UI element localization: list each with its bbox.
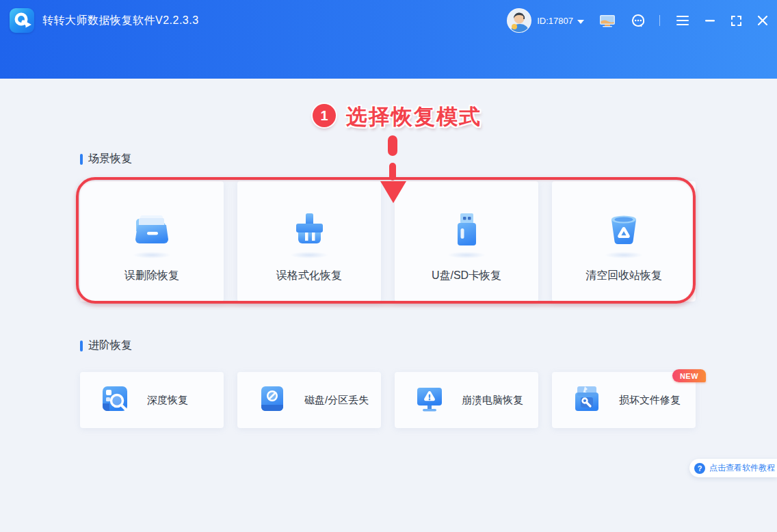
section-title-text: 场景恢复 <box>88 152 132 166</box>
card-label: 损坏文件修复 <box>619 394 681 407</box>
disk-partition-lost-icon <box>256 383 288 417</box>
user-id: ID:17807 <box>537 16 573 26</box>
section-title-advanced-recovery: 进阶恢复 <box>80 338 132 353</box>
icon-shadow <box>447 252 486 258</box>
annotation-arrow-segment <box>388 135 397 156</box>
card-label: 清空回收站恢复 <box>585 269 662 283</box>
annotation-step-badge: 1 <box>313 104 336 127</box>
card-label: 深度恢复 <box>147 394 188 407</box>
user-avatar[interactable] <box>507 8 531 33</box>
chevron-down-icon[interactable] <box>577 14 584 27</box>
icon-shadow <box>290 252 328 258</box>
deep-recovery-icon <box>99 383 131 417</box>
annotation-arrow-segment <box>389 163 396 181</box>
card-recycle-bin-recovery[interactable]: 清空回收站恢复 <box>552 181 696 302</box>
toolbar-divider <box>659 15 660 26</box>
card-crashed-computer-recovery[interactable]: 崩溃电脑恢复 <box>395 372 538 428</box>
annotation-arrow-head <box>380 181 406 203</box>
section-title-text: 进阶恢复 <box>88 338 132 353</box>
broken-file-repair-icon <box>571 383 603 417</box>
customer-service-icon[interactable] <box>631 13 646 28</box>
screen-share-icon[interactable] <box>599 14 616 28</box>
folder-icon <box>130 207 174 252</box>
crashed-computer-icon <box>414 383 445 417</box>
app-window: 转转大师数据恢复软件V2.2.3.3 ID:17807 <box>0 0 777 532</box>
icon-shadow <box>133 252 171 258</box>
recycle-bin-icon <box>602 207 646 252</box>
tutorial-link[interactable]: ? 点击查看软件教程 <box>689 459 777 477</box>
card-formatted-recovery[interactable]: 误格式化恢复 <box>237 181 381 302</box>
section-title-scene-recovery: 场景恢复 <box>80 152 132 166</box>
header: 转转大师数据恢复软件V2.2.3.3 ID:17807 <box>0 0 777 79</box>
section-accent-bar <box>80 154 83 165</box>
title-bar: 转转大师数据恢复软件V2.2.3.3 ID:17807 <box>0 0 777 41</box>
card-deep-recovery[interactable]: 深度恢复 <box>80 372 224 428</box>
card-deleted-file-recovery[interactable]: 误删除恢复 <box>80 181 224 302</box>
card-label: U盘/SD卡恢复 <box>432 269 501 283</box>
app-title: 转转大师数据恢复软件V2.2.3.3 <box>42 14 199 28</box>
usb-drive-icon <box>445 207 488 252</box>
card-disk-partition-lost[interactable]: 磁盘/分区丢失 <box>237 372 381 428</box>
new-badge: NEW <box>672 369 706 382</box>
annotation-label: 选择恢复模式 <box>346 103 482 131</box>
card-usb-sd-recovery[interactable]: U盘/SD卡恢复 <box>395 181 538 302</box>
card-label: 崩溃电脑恢复 <box>462 394 523 407</box>
tutorial-label: 点击查看软件教程 <box>709 462 775 474</box>
maximize-icon[interactable] <box>731 16 741 26</box>
card-label: 误删除恢复 <box>124 269 179 283</box>
app-logo-icon <box>10 8 34 33</box>
icon-shadow <box>605 252 643 258</box>
card-label: 误格式化恢复 <box>276 269 342 283</box>
brush-icon <box>287 207 331 252</box>
menu-icon[interactable] <box>676 16 689 25</box>
section-accent-bar <box>80 341 83 351</box>
help-icon: ? <box>694 463 705 474</box>
card-label: 磁盘/分区丢失 <box>304 394 369 407</box>
minimize-icon[interactable] <box>705 20 715 22</box>
close-icon[interactable] <box>758 16 767 25</box>
card-broken-file-repair[interactable]: NEW 损坏文件修复 <box>552 372 696 428</box>
